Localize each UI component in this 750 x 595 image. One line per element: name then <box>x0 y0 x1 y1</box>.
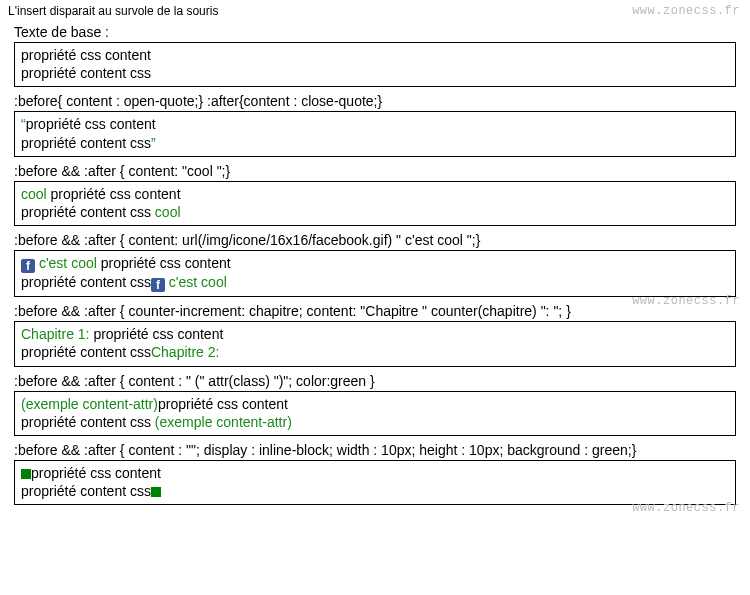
example-box-attr: (exemple content-attr)propriété css cont… <box>14 391 736 436</box>
example-box-base: propriété css content propriété content … <box>14 42 736 87</box>
watermark-bottom: www.zonecss.fr <box>632 501 740 515</box>
cool-line1: propriété css content <box>51 186 181 202</box>
cool-before: cool <box>21 186 47 202</box>
section-label-cool: :before && :after { content: "cool ";} <box>14 163 742 179</box>
close-quote: ” <box>151 135 156 151</box>
section-label-block: :before && :after { content : ""; displa… <box>14 442 742 458</box>
counter-before: Chapitre 1: <box>21 326 89 342</box>
cool-line2: propriété content css <box>21 204 151 220</box>
section-label-url: :before && :after { content: url(/img/ic… <box>14 232 742 248</box>
watermark-top: www.zonecss.fr <box>632 4 740 18</box>
block-line2: propriété content css <box>21 483 151 499</box>
attr-before: (exemple content-attr) <box>21 396 158 412</box>
section-label-base: Texte de base : <box>14 24 742 40</box>
example-box-url: f c'est cool propriété css content propr… <box>14 250 736 297</box>
block-line1: propriété css content <box>31 465 161 481</box>
green-block-icon <box>21 469 31 479</box>
url-line2: propriété content css <box>21 274 151 290</box>
watermark-mid: www.zonecss.fr <box>632 294 740 308</box>
quote-line1: propriété css content <box>26 116 156 132</box>
counter-line2: propriété content css <box>21 344 151 360</box>
attr-line1: propriété css content <box>158 396 288 412</box>
attr-line2: propriété content css <box>21 414 151 430</box>
example-box-cool: cool propriété css content propriété con… <box>14 181 736 226</box>
url-after-text: c'est cool <box>165 274 227 290</box>
section-label-quotes: :before{ content : open-quote;} :after{c… <box>14 93 742 109</box>
example-box-counter: Chapitre 1: propriété css content propri… <box>14 321 736 366</box>
facebook-icon: f <box>151 278 165 292</box>
url-line1: propriété css content <box>101 255 231 271</box>
counter-after: Chapitre 2: <box>151 344 219 360</box>
example-box-block: propriété css content propriété content … <box>14 460 736 505</box>
base-line1: propriété css content <box>21 47 151 63</box>
attr-after: (exemple content-attr) <box>155 414 292 430</box>
facebook-icon: f <box>21 259 35 273</box>
quote-line2: propriété content css <box>21 135 151 151</box>
section-label-attr: :before && :after { content : " (" attr(… <box>14 373 742 389</box>
url-before-text: c'est cool <box>35 255 97 271</box>
base-line2: propriété content css <box>21 65 151 81</box>
example-box-quotes: “propriété css content propriété content… <box>14 111 736 156</box>
counter-line1: propriété css content <box>93 326 223 342</box>
green-block-icon <box>151 487 161 497</box>
cool-after: cool <box>155 204 181 220</box>
